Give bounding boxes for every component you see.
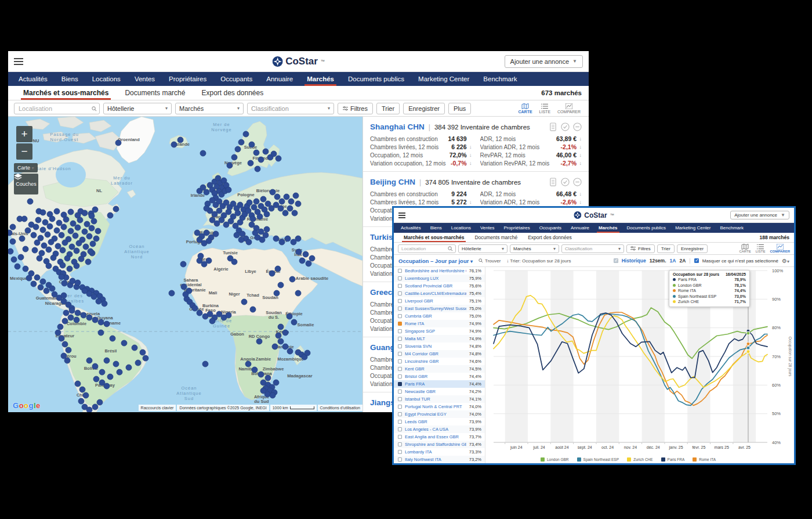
map-marker[interactable] [75,381,81,387]
market-checkbox[interactable] [398,314,402,318]
map-marker[interactable] [253,150,259,156]
list-item[interactable]: Bedfordshire and Hertfordshire G...76,1% [394,267,485,275]
filter-button-plus[interactable]: Plus [448,103,471,114]
market-name[interactable]: M4 Corridor GBR [405,351,466,356]
map-marker[interactable] [40,210,46,215]
map-marker[interactable] [259,237,265,243]
map-marker[interactable] [258,372,264,377]
map-marker[interactable] [238,139,244,145]
map-marker[interactable] [86,358,92,363]
map-marker[interactable] [61,293,67,298]
map-marker[interactable] [204,206,209,211]
map-marker[interactable] [98,330,104,336]
map-marker[interactable] [264,226,270,232]
terms-link[interactable]: Conditions d'utilisation [318,405,362,411]
map-marker[interactable] [219,217,224,223]
filter-select-marchés[interactable]: Marchés▾ [175,103,244,114]
map-marker[interactable] [28,222,34,228]
list-item[interactable]: East Anglia and Essex GBR73,7% [394,433,485,441]
map-marker[interactable] [282,210,288,216]
search-input[interactable] [14,105,99,112]
list-item[interactable]: Kent GBR74,5% [394,365,485,373]
map-marker[interactable] [287,348,293,354]
map-marker[interactable] [243,131,249,137]
nav-item-biens[interactable]: Biens [55,72,85,86]
map-marker[interactable] [81,312,86,318]
map-marker[interactable] [79,387,85,392]
map-marker[interactable] [92,363,98,369]
map-marker[interactable] [47,224,53,229]
map-marker[interactable] [48,239,54,245]
market-checkbox[interactable] [398,337,402,341]
list-item[interactable]: Slovenia SVN74,8% [394,343,485,350]
map-marker[interactable] [75,310,81,316]
nav-item-biens[interactable]: Biens [426,223,447,233]
map-marker[interactable] [291,319,297,325]
map-marker[interactable] [140,349,146,355]
map-marker[interactable] [63,217,69,222]
map-marker[interactable] [177,137,183,143]
market-name[interactable]: Newcastle GBR [405,389,466,394]
map-marker[interactable] [49,286,55,291]
map-marker[interactable] [83,392,89,398]
map-marker[interactable] [75,225,81,230]
map-marker[interactable] [46,263,52,269]
map-marker[interactable] [88,248,93,254]
map-marker[interactable] [274,194,280,200]
map-marker[interactable] [299,258,305,264]
map-marker[interactable] [255,166,260,172]
list-item[interactable]: Singapore SGP74,9% [394,327,485,335]
filter-select-classification[interactable]: Classification▾ [561,244,624,253]
map-marker[interactable] [69,244,75,250]
map-marker[interactable] [56,220,62,226]
map-marker[interactable] [93,236,99,242]
map-marker[interactable] [25,228,31,233]
map-marker[interactable] [59,274,64,280]
map-marker[interactable] [289,276,295,282]
map-marker[interactable] [61,224,67,230]
map-marker[interactable] [38,284,44,290]
view-toggle-comparer[interactable]: COMPARER [770,244,790,253]
map-marker[interactable] [245,361,251,367]
map-marker[interactable] [92,207,98,212]
view-toggle-carte[interactable]: CARTE [518,103,532,114]
market-checkbox[interactable] [398,412,402,416]
market-checkbox[interactable] [398,291,402,295]
map-marker[interactable] [8,248,13,254]
map-marker[interactable] [104,358,110,363]
map-marker[interactable] [110,336,115,341]
map-marker[interactable] [278,282,284,288]
minus-circle-icon[interactable] [573,178,582,186]
map-marker[interactable] [250,216,256,222]
minus-circle-icon[interactable] [573,122,582,131]
document-icon[interactable] [549,178,557,186]
map-marker[interactable] [67,266,72,272]
map-marker[interactable] [279,199,285,204]
map-marker[interactable] [226,187,231,193]
map-marker[interactable] [57,324,63,330]
map-marker[interactable] [82,229,88,235]
market-checkbox[interactable] [398,367,402,371]
range-button-12sem.[interactable]: 12sem. [650,258,666,264]
list-item[interactable]: Egypt Provincial EGY74,0% [394,410,485,418]
map-marker[interactable] [74,248,79,254]
map-marker[interactable] [39,250,45,256]
map-marker[interactable] [92,317,98,323]
filter-select-hôtellerie[interactable]: Hôtellerie▾ [103,103,172,114]
document-icon[interactable] [549,122,557,131]
map-marker[interactable] [309,255,315,261]
map-marker[interactable] [77,217,83,223]
map-marker[interactable] [132,345,137,351]
nav-item-propriétaires[interactable]: Propriétaires [499,223,534,233]
map-marker[interactable] [54,228,60,233]
market-name[interactable]: Shropshire and Staffordshire GBR [405,442,466,447]
list-item[interactable]: Malta MLT74,9% [394,335,485,343]
map-marker[interactable] [97,399,103,405]
map-marker[interactable] [249,142,255,147]
map-marker[interactable] [46,247,52,253]
list-item[interactable]: Paris FRA74,4% [394,380,485,388]
map-marker[interactable] [252,230,258,236]
market-checkbox[interactable] [398,442,402,446]
map-marker[interactable] [107,374,113,380]
market-checkbox[interactable] [398,382,402,386]
